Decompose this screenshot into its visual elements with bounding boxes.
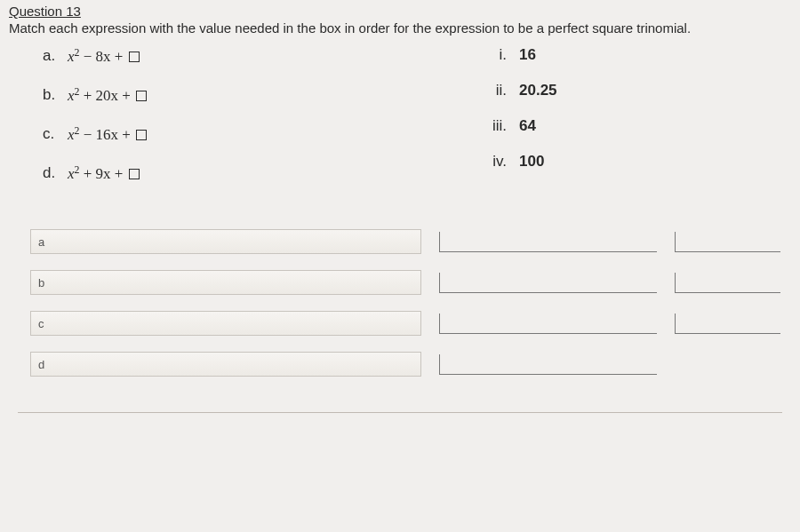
expression-row: d. x2 + 9x + (43, 163, 469, 183)
blank-box-icon (129, 52, 140, 62)
input-row: d (30, 352, 791, 377)
blank-box-icon (129, 169, 140, 179)
expression-math: x2 + 20x + (68, 85, 147, 105)
question-title: Question 13 (9, 4, 791, 19)
blank-box-icon (136, 91, 147, 101)
divider (18, 412, 782, 413)
expressions-column: a. x2 − 8x + b. x2 + 20x + c. x2 − 16x +… (9, 46, 469, 202)
expression-math: x2 − 16x + (68, 124, 147, 144)
question-prompt: Match each expression with the value nee… (9, 20, 791, 36)
answer-input-b-2[interactable] (675, 273, 780, 293)
answer-label: ii. (475, 82, 519, 99)
answer-row: iv. 100 (475, 153, 557, 171)
input-row: b (30, 270, 791, 295)
input-row: a (30, 229, 791, 254)
answer-row: i. 16 (475, 46, 557, 64)
answer-row: iii. 64 (475, 117, 557, 135)
answer-input-c-1[interactable] (439, 314, 657, 334)
answer-value: 64 (519, 117, 536, 135)
blank-box-icon (136, 130, 147, 140)
answer-input-a-1[interactable] (439, 232, 657, 252)
expression-math: x2 − 8x + (68, 46, 140, 66)
answer-row: ii. 20.25 (475, 82, 557, 99)
expression-label: a. (43, 47, 68, 65)
answer-value: 100 (519, 153, 544, 171)
expression-label: c. (43, 125, 68, 143)
expression-row: b. x2 + 20x + (43, 85, 469, 105)
row-prefix: d (30, 352, 421, 377)
expression-math: x2 + 9x + (68, 163, 140, 183)
answer-input-c-2[interactable] (675, 314, 780, 334)
row-prefix: b (30, 270, 421, 295)
expression-row: c. x2 − 16x + (43, 124, 469, 144)
answer-label: iii. (475, 117, 519, 135)
answer-input-b-1[interactable] (439, 273, 657, 293)
answer-value: 20.25 (519, 82, 557, 99)
expression-label: b. (43, 86, 68, 104)
content-columns: a. x2 − 8x + b. x2 + 20x + c. x2 − 16x +… (9, 46, 791, 202)
expression-row: a. x2 − 8x + (43, 46, 469, 66)
answer-label: iv. (475, 153, 519, 171)
answer-label: i. (475, 46, 519, 64)
answer-input-d-1[interactable] (439, 354, 657, 375)
row-prefix: c (30, 311, 421, 336)
row-prefix: a (30, 229, 421, 254)
answer-inputs-area: a b c d (9, 202, 791, 377)
answer-input-a-2[interactable] (675, 232, 780, 252)
expression-label: d. (43, 164, 68, 182)
answers-column: i. 16 ii. 20.25 iii. 64 iv. 100 (469, 46, 557, 202)
answer-value: 16 (519, 46, 536, 64)
input-row: c (30, 311, 791, 336)
